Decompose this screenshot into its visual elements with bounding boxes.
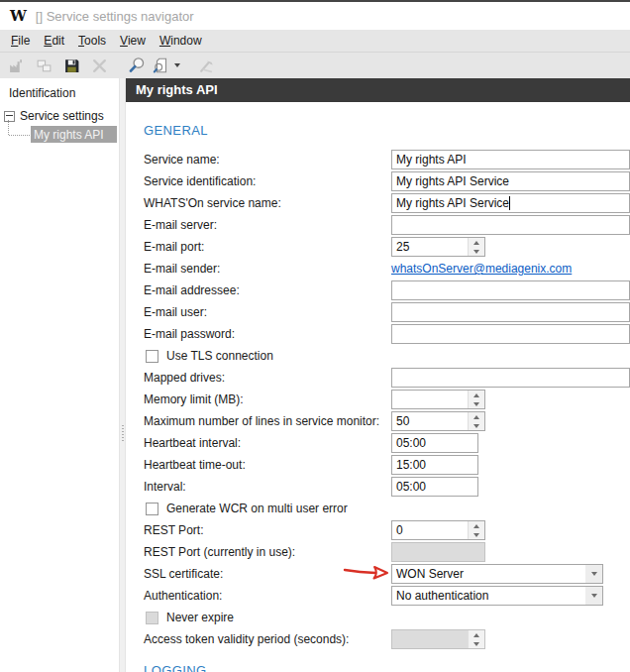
spin-up-icon[interactable]: [469, 412, 484, 421]
tree-connector: [9, 135, 30, 136]
mapped-drives-input[interactable]: [391, 368, 630, 388]
panes: Identification Service settings My right…: [0, 78, 630, 672]
e-mail-server-input[interactable]: [391, 215, 630, 235]
delete-icon[interactable]: [87, 55, 111, 76]
maximum-number-of-lines-in-service-monitor-stepper[interactable]: 50: [391, 411, 485, 431]
menu-tools[interactable]: Tools: [71, 32, 113, 50]
never-expire-row: Never expire: [144, 607, 630, 628]
menu-file[interactable]: File: [4, 32, 37, 50]
service-name-input[interactable]: My rights API: [391, 150, 630, 169]
spin-down-icon[interactable]: [469, 421, 484, 430]
maximum-number-of-lines-in-service-monitor-label: Maximum number of lines in service monit…: [144, 414, 391, 428]
input-value: My rights API Service: [396, 174, 625, 188]
spin-up-icon[interactable]: [469, 238, 484, 247]
mapped-drives-label: Mapped drives:: [144, 371, 391, 385]
e-mail-password-row: E-mail password:: [144, 323, 630, 345]
e-mail-port-stepper[interactable]: 25: [391, 237, 485, 257]
whats-on-service-name-input[interactable]: My rights API Service: [391, 193, 630, 213]
never-expire-label: Never expire: [166, 611, 234, 624]
service-identification-label: Service identification:: [144, 174, 391, 188]
interval-input[interactable]: 05:00: [391, 477, 478, 497]
whats-on-service-name-row: WHATS'On service name:My rights API Serv…: [144, 192, 630, 214]
service-identification-row: Service identification:My rights API Ser…: [144, 170, 630, 192]
heartbeat-time-out-row: Heartbeat time-out:15:00: [144, 454, 630, 476]
input-value: 05:00: [396, 436, 473, 450]
tools-icon[interactable]: [194, 55, 218, 76]
spin-up-icon[interactable]: [469, 521, 484, 530]
e-mail-sender-label: E-mail sender:: [144, 262, 391, 276]
spin-up-icon[interactable]: [469, 391, 484, 399]
save-icon[interactable]: [59, 55, 83, 76]
tree-item-service-settings[interactable]: Service settings: [0, 107, 119, 125]
e-mail-sender-link[interactable]: whatsOnServer@mediagenix.com: [391, 262, 572, 276]
spin-up-icon[interactable]: [469, 630, 484, 639]
service-name-label: Service name:: [144, 153, 391, 167]
e-mail-addressee-input[interactable]: [391, 280, 630, 300]
tree-connector: [8, 120, 9, 135]
rest-port-stepper[interactable]: 0: [391, 520, 485, 540]
detail-pane: My rights API GENERAL Service name:My ri…: [126, 78, 630, 672]
input-value: 50: [396, 414, 468, 428]
pane-splitter[interactable]: [119, 78, 126, 672]
ssl-certificate-row: SSL certificate:WON Server: [144, 563, 630, 585]
input-value: My rights API Service: [396, 196, 509, 210]
chevron-down-icon: [174, 63, 180, 67]
mapped-drives-row: Mapped drives:: [144, 367, 630, 389]
menu-view[interactable]: View: [113, 32, 153, 50]
service-identification-input[interactable]: My rights API Service: [391, 171, 630, 191]
search-options-icon[interactable]: [153, 55, 180, 76]
menu-window[interactable]: Window: [153, 32, 209, 50]
never-expire-checkbox[interactable]: [146, 612, 158, 624]
maximum-number-of-lines-in-service-monitor-row: Maximum number of lines in service monit…: [144, 410, 630, 432]
e-mail-user-row: E-mail user:: [144, 301, 630, 323]
heartbeat-interval-input[interactable]: 05:00: [391, 433, 478, 453]
e-mail-password-input[interactable]: [391, 324, 630, 344]
sidebar: Identification Service settings My right…: [0, 78, 119, 672]
app-logo-icon: W: [10, 7, 27, 25]
factory-icon[interactable]: [4, 55, 28, 76]
tree-item-my-rights-api[interactable]: My rights API: [31, 126, 117, 143]
ssl-certificate-select[interactable]: WON Server: [391, 564, 603, 584]
memory-limit-mb-row: Memory limit (MB):: [144, 389, 630, 410]
dropdown-arrow-icon[interactable]: [585, 565, 602, 583]
heartbeat-time-out-label: Heartbeat time-out:: [144, 458, 391, 472]
cascade-windows-icon[interactable]: [32, 55, 55, 76]
spinner-buttons[interactable]: [468, 630, 484, 648]
memory-limit-mb-stepper[interactable]: [391, 390, 485, 409]
e-mail-server-row: E-mail server:: [144, 214, 630, 236]
e-mail-user-input[interactable]: [391, 302, 630, 322]
whats-on-service-name-label: WHATS'On service name:: [144, 196, 391, 210]
search-icon[interactable]: [125, 55, 149, 76]
e-mail-sender-row: E-mail sender:whatsOnServer@mediagenix.c…: [144, 258, 630, 280]
e-mail-addressee-row: E-mail addressee:: [144, 280, 630, 301]
spinner-buttons[interactable]: [468, 238, 484, 256]
tree-item-label: Service settings: [20, 109, 104, 123]
tree-item-label: My rights API: [34, 128, 104, 142]
titlebar[interactable]: W [] Service settings navigator: [0, 2, 630, 30]
spin-down-icon[interactable]: [469, 639, 484, 648]
ssl-certificate-label: SSL certificate:: [144, 567, 391, 581]
form-fields: Service name:My rights APIService identi…: [144, 149, 630, 650]
spin-down-icon[interactable]: [469, 399, 484, 408]
rest-port-currently-in-use-input[interactable]: [391, 542, 485, 562]
spinner-buttons[interactable]: [468, 521, 484, 539]
rest-port-currently-in-use-label: REST Port (currently in use):: [144, 545, 391, 559]
use-tls-connection-checkbox[interactable]: [146, 350, 158, 363]
use-tls-connection-row: Use TLS connection: [144, 345, 630, 367]
section-title-logging: LOGGING: [144, 663, 630, 672]
e-mail-port-row: E-mail port:25: [144, 236, 630, 258]
spinner-buttons[interactable]: [468, 391, 484, 408]
spin-down-icon[interactable]: [469, 247, 484, 256]
dropdown-arrow-icon[interactable]: [585, 587, 602, 605]
spin-down-icon[interactable]: [469, 530, 484, 539]
rest-port-currently-in-use-row: REST Port (currently in use):: [144, 541, 630, 563]
access-token-validity-period-seconds-stepper[interactable]: [391, 629, 485, 649]
authentication-select[interactable]: No authentication: [391, 586, 603, 606]
heartbeat-time-out-input[interactable]: 15:00: [391, 455, 478, 475]
access-token-validity-period-seconds-label: Access token validity period (seconds):: [144, 632, 391, 646]
generate-wcr-on-multi-user-error-checkbox[interactable]: [146, 503, 158, 515]
collapse-expander-icon[interactable]: [4, 111, 15, 122]
tree-branch: My rights API: [0, 125, 119, 144]
spinner-buttons[interactable]: [468, 412, 484, 430]
menu-edit[interactable]: Edit: [37, 32, 71, 50]
